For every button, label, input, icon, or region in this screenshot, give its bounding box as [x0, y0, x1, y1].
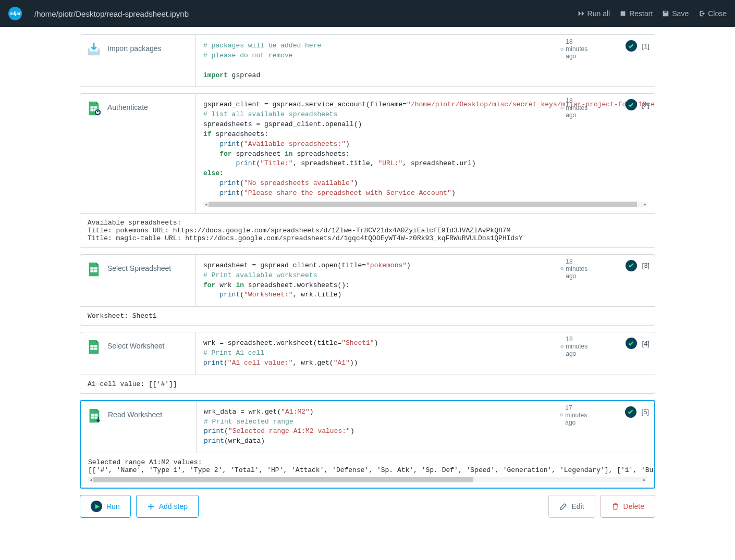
- cell-label: Read Worksheet: [81, 401, 197, 453]
- cell-label: Select Spreadsheet: [80, 255, 196, 306]
- add-step-label: Add step: [159, 502, 188, 511]
- cell-timestamp: 17 minutes ago: [560, 404, 590, 426]
- cell-output: Selected range A1:M2 values: [['#', 'Nam…: [81, 453, 654, 488]
- scroll-left-arrow[interactable]: ◂: [203, 202, 209, 207]
- scroll-left-arrow[interactable]: ◂: [88, 477, 93, 482]
- cell-select-worksheet[interactable]: Select Worksheet wrk = spreadsheet.works…: [80, 332, 655, 394]
- save-icon: [662, 10, 669, 17]
- run-all-label: Run all: [587, 9, 610, 18]
- cell-output: Available spreadsheets: Title: pokemons …: [80, 213, 655, 247]
- exec-count: [1]: [642, 42, 650, 50]
- download-icon: [85, 41, 102, 58]
- close-button[interactable]: Close: [698, 9, 727, 18]
- scroll-thumb[interactable]: [93, 477, 473, 482]
- cell-title: Import packages: [107, 41, 162, 53]
- scroll-thumb[interactable]: [209, 202, 637, 207]
- success-badge: [626, 260, 637, 271]
- scroll-right-arrow[interactable]: ▸: [642, 477, 647, 482]
- restart-label: Restart: [629, 9, 653, 18]
- cell-title: Authenticate: [107, 100, 148, 111]
- exec-count: [2]: [642, 101, 650, 109]
- cell-timestamp: 18 minutes ago: [560, 38, 590, 60]
- output-text: A1 cell value: [['#']]: [88, 380, 647, 388]
- cell-label: Select Worksheet: [80, 332, 196, 375]
- svg-rect-10: [97, 111, 99, 113]
- cell-output: A1 cell value: [['#']]: [80, 375, 655, 393]
- clock-icon: [560, 266, 564, 271]
- save-label: Save: [672, 9, 689, 18]
- notebook-filepath: /home/piotr/Desktop/read-spreadsheet.ipy…: [34, 9, 578, 18]
- edit-label: Edit: [571, 502, 584, 511]
- sheets-auth-icon: [85, 100, 102, 117]
- notebook-container: Import packages # packages will be added…: [72, 27, 663, 525]
- run-label: Run: [106, 502, 120, 511]
- sheets-select-icon: [85, 261, 102, 278]
- cell-timestamp: 18 minutes ago: [560, 258, 590, 280]
- output-text: Selected range A1:M2 values: [['#', 'Nam…: [88, 458, 647, 474]
- exec-count: [5]: [642, 408, 649, 416]
- stop-icon: [619, 10, 627, 17]
- cell-label: Import packages: [80, 35, 196, 86]
- success-badge: [625, 406, 636, 418]
- success-badge: [626, 338, 637, 349]
- success-badge: [626, 40, 637, 52]
- cell-authenticate[interactable]: Authenticate gspread_client = gspread.se…: [80, 93, 655, 247]
- app-header: mljar /home/piotr/Desktop/read-spreadshe…: [0, 0, 735, 27]
- edit-button[interactable]: Edit: [548, 495, 595, 518]
- bottom-toolbar: Run Add step Edit Delete: [80, 495, 655, 518]
- svg-rect-0: [621, 11, 626, 16]
- sheets-worksheet-icon: [85, 339, 102, 355]
- cell-select-spreadsheet[interactable]: Select Spreadsheet spreadsheet = gspread…: [80, 254, 655, 326]
- exec-count: [4]: [642, 340, 650, 347]
- sign-out-icon: [698, 10, 705, 17]
- app-logo: mljar: [8, 7, 22, 20]
- restart-button[interactable]: Restart: [619, 9, 653, 18]
- pencil-icon: [559, 503, 567, 511]
- cell-timestamp: 18 minutes ago: [560, 97, 590, 119]
- output-text: Available spreadsheets: Title: pokemons …: [88, 219, 647, 242]
- delete-label: Delete: [623, 502, 644, 511]
- clock-icon: [560, 344, 564, 350]
- clock-icon: [560, 412, 563, 418]
- cell-title: Select Spreadsheet: [107, 261, 171, 272]
- cell-read-worksheet[interactable]: Read Worksheet wrk_data = wrk.get("A1:M2…: [80, 400, 655, 489]
- exec-count: [3]: [642, 262, 650, 269]
- add-step-button[interactable]: Add step: [136, 495, 199, 518]
- clock-icon: [560, 105, 564, 111]
- cell-output: Worksheet: Sheet1: [80, 306, 655, 325]
- delete-button[interactable]: Delete: [601, 495, 655, 518]
- cell-title: Read Worksheet: [108, 407, 162, 419]
- fast-forward-icon: [578, 10, 585, 17]
- play-icon: [91, 501, 102, 512]
- close-label: Close: [708, 9, 727, 18]
- svg-rect-3: [98, 48, 100, 55]
- cell-import-packages[interactable]: Import packages # packages will be added…: [80, 34, 655, 87]
- svg-rect-2: [88, 48, 90, 55]
- svg-rect-25: [150, 503, 151, 509]
- run-all-button[interactable]: Run all: [578, 9, 610, 18]
- sheets-read-icon: [86, 407, 103, 424]
- output-text: Worksheet: Sheet1: [88, 312, 647, 320]
- code-hscrollbar[interactable]: ◂ ▸: [203, 202, 647, 207]
- header-actions: Run all Restart Save Close: [578, 9, 727, 18]
- trash-icon: [611, 503, 619, 511]
- output-hscrollbar[interactable]: ◂ ▸: [88, 477, 647, 482]
- plus-icon: [147, 503, 155, 511]
- clock-icon: [560, 46, 564, 52]
- cell-timestamp: 18 minutes ago: [560, 335, 590, 357]
- run-button[interactable]: Run: [80, 495, 131, 518]
- scroll-right-arrow[interactable]: ▸: [642, 202, 647, 207]
- cell-label: Authenticate: [80, 94, 196, 213]
- save-button[interactable]: Save: [662, 9, 689, 18]
- cell-title: Select Worksheet: [107, 339, 164, 350]
- success-badge: [626, 99, 637, 110]
